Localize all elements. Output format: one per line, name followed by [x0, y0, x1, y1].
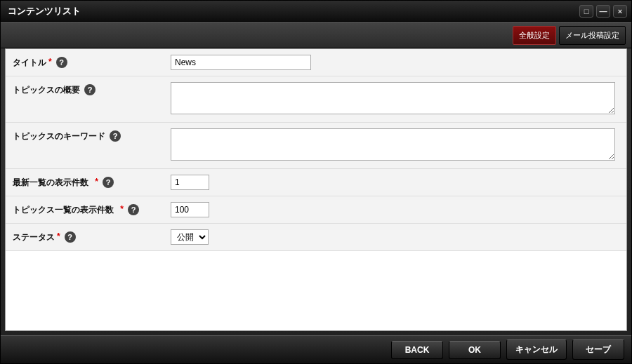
status-select[interactable]: 公開: [171, 229, 209, 245]
label-keywords: トピックスのキーワード ?: [13, 128, 171, 163]
cancel-button[interactable]: キャンセル: [506, 339, 567, 360]
label-title: タイトル* ?: [13, 55, 171, 70]
latest-count-input[interactable]: [171, 175, 209, 190]
summary-textarea[interactable]: [171, 82, 615, 114]
row-title: タイトル* ?: [6, 49, 626, 76]
app-window: コンテンツリスト □ — × 全般設定 メール投稿設定 タイトル* ? トピック…: [0, 0, 632, 364]
required-mark: *: [120, 204, 124, 214]
help-icon[interactable]: ?: [128, 204, 139, 215]
topics-count-input[interactable]: [171, 202, 209, 217]
help-icon[interactable]: ?: [56, 57, 67, 68]
toolbar: 全般設定 メール投稿設定: [1, 22, 631, 48]
minimize-icon[interactable]: —: [596, 5, 610, 18]
back-button[interactable]: BACK: [391, 341, 443, 359]
help-icon[interactable]: ?: [84, 84, 96, 95]
label-topics-count: トピックス一覧の表示件数 * ?: [13, 202, 171, 217]
keywords-textarea[interactable]: [171, 128, 615, 161]
tab-mail-post-settings[interactable]: メール投稿設定: [559, 26, 626, 45]
row-summary: トピックスの概要 ?: [6, 76, 626, 123]
row-keywords: トピックスのキーワード ?: [6, 123, 626, 169]
help-icon[interactable]: ?: [103, 177, 114, 188]
required-mark: *: [57, 231, 60, 241]
row-topics-count: トピックス一覧の表示件数 * ?: [6, 196, 626, 224]
close-icon[interactable]: ×: [613, 5, 627, 18]
help-icon[interactable]: ?: [110, 130, 121, 142]
title-input[interactable]: [171, 55, 311, 70]
label-status: ステータス* ?: [13, 229, 171, 245]
row-latest-count: 最新一覧の表示件数 * ?: [6, 169, 626, 196]
row-status: ステータス* ? 公開: [6, 224, 626, 251]
maximize-icon[interactable]: □: [579, 5, 593, 18]
tab-general-settings[interactable]: 全般設定: [513, 26, 556, 45]
required-mark: *: [48, 57, 52, 67]
window-title: コンテンツリスト: [5, 5, 579, 18]
footer: BACK OK キャンセル セーブ: [1, 335, 631, 363]
label-summary: トピックスの概要 ?: [13, 82, 171, 116]
window-buttons: □ — ×: [579, 5, 627, 18]
label-latest-count: 最新一覧の表示件数 * ?: [13, 175, 171, 190]
form-content: タイトル* ? トピックスの概要 ? トピックスのキーワード ?: [5, 48, 627, 331]
required-mark: *: [95, 177, 98, 187]
save-button[interactable]: セーブ: [572, 339, 624, 360]
help-icon[interactable]: ?: [65, 231, 76, 243]
titlebar: コンテンツリスト □ — ×: [1, 1, 631, 22]
ok-button[interactable]: OK: [449, 341, 501, 359]
